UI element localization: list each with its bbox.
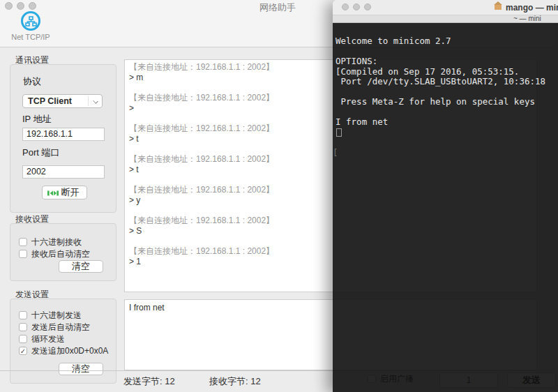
- checkbox-box[interactable]: ✓: [19, 323, 27, 331]
- terminal-line: I from net: [335, 117, 558, 128]
- protocol-dropdown[interactable]: TCP Client: [22, 94, 103, 108]
- connection-icon: [47, 190, 59, 197]
- checkbox-label: 接收后自动清空: [31, 250, 90, 259]
- sent-bytes-counter: 发送字节: 12: [123, 375, 175, 388]
- disconnect-button[interactable]: 断开: [42, 186, 87, 199]
- clear-send-button[interactable]: 清空: [59, 363, 103, 375]
- terminal-stray-bracket: [: [333, 148, 558, 158]
- network-icon: [21, 11, 40, 31]
- terminal-output[interactable]: Welcome to minicom 2.7 OPTIONS: [Compile…: [333, 23, 558, 392]
- zoom-window-button[interactable]: [364, 3, 371, 10]
- terminal-line: Port /dev/tty.SLAB_USBtoUART2, 10:36:18: [335, 77, 558, 87]
- dropdown-divider: [88, 96, 89, 106]
- close-window-button[interactable]: [342, 3, 349, 10]
- ip-label: IP 地址: [22, 113, 52, 126]
- home-folder-icon: [495, 5, 502, 10]
- checkbox-box[interactable]: ✓: [19, 238, 27, 246]
- checkbox-box[interactable]: ✓: [19, 311, 27, 319]
- minimize-window-button[interactable]: [353, 3, 360, 10]
- terminal-tab-title[interactable]: ~ — mini: [513, 15, 541, 22]
- port-input[interactable]: 2002: [22, 165, 105, 179]
- terminal-line: [335, 137, 558, 148]
- clear-receive-button[interactable]: 清空: [59, 260, 103, 273]
- checkbox-box[interactable]: ✓: [19, 347, 27, 355]
- checkbox-label: 十六进制接收: [31, 238, 82, 247]
- minimize-window-button[interactable]: [17, 2, 24, 10]
- toolbar-item-label: Net TCP/IP: [3, 33, 59, 41]
- terminal-line: [335, 107, 558, 118]
- terminal-line: Welcome to minicom 2.7: [335, 36, 558, 47]
- disconnect-label: 断开: [61, 187, 80, 197]
- terminal-line: [335, 87, 558, 98]
- minicom-terminal-window[interactable]: mango — min ~ — mini Welcome to minicom …: [333, 0, 558, 392]
- window-title: 网络助手: [236, 1, 319, 14]
- protocol-label: 协议: [23, 75, 41, 88]
- terminal-line: [Compiled on Sep 17 2016, 05:53:15.: [335, 67, 558, 77]
- terminal-title: mango — min: [506, 3, 558, 13]
- ip-input[interactable]: 192.168.1.1: [22, 128, 105, 141]
- terminal-line: [335, 47, 558, 57]
- zoom-window-button[interactable]: [29, 2, 36, 10]
- checkbox-box[interactable]: ✓: [19, 335, 27, 343]
- checkbox-label: 发送后自动清空: [31, 323, 90, 332]
- terminal-line: OPTIONS:: [335, 56, 558, 67]
- terminal-line: Press Meta-Z for help on special keys: [335, 97, 558, 107]
- checkbox-append-crlf[interactable]: ✓ 发送追加0x0D+0x0A: [19, 347, 116, 356]
- checkbox-label: 发送追加0x0D+0x0A: [31, 347, 108, 356]
- protocol-value: TCP Client: [28, 96, 72, 106]
- checkbox-box[interactable]: ✓: [19, 250, 27, 258]
- terminal-tabbar: ~ — mini: [333, 15, 558, 23]
- terminal-cursor: [336, 128, 342, 137]
- checkbox-label: 循环发送: [31, 335, 65, 344]
- port-label: Port 端口: [22, 146, 59, 159]
- toolbar-item-net-tcpip[interactable]: Net TCP/IP: [3, 11, 59, 41]
- close-window-button[interactable]: [5, 2, 13, 10]
- checkbox-label: 十六进制发送: [31, 311, 82, 320]
- terminal-titlebar: mango — min: [333, 0, 558, 15]
- chevron-down-icon: [93, 98, 98, 104]
- screen: 网络助手 Net TCP/IP 通讯设置 协议: [0, 0, 558, 392]
- received-bytes-counter: 接收字节: 12: [209, 375, 261, 388]
